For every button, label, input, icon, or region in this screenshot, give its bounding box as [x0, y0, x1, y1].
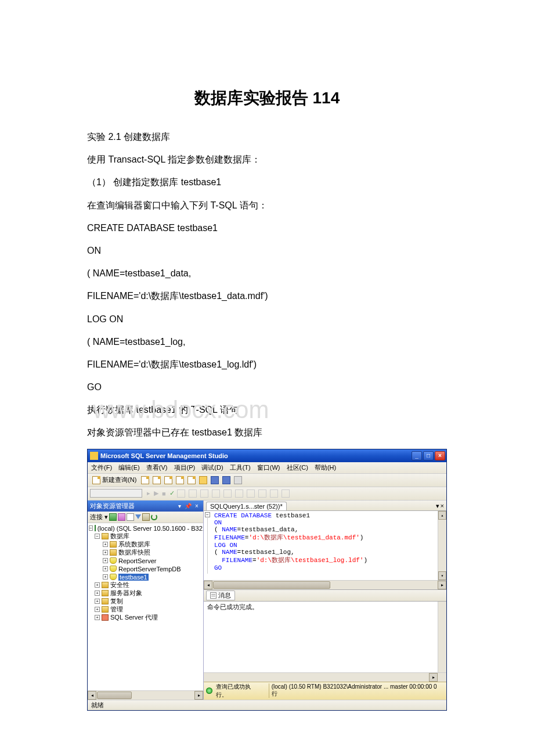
connect-icon[interactable] — [109, 513, 117, 521]
saveall-button[interactable] — [221, 475, 232, 485]
expand-icon[interactable]: + — [95, 599, 100, 604]
summary-icon[interactable] — [142, 513, 150, 521]
expand-icon[interactable]: + — [95, 582, 100, 588]
toolbar-button[interactable] — [233, 475, 243, 485]
scroll-thumb[interactable] — [97, 692, 132, 699]
toolbar-btn[interactable] — [246, 488, 256, 499]
disconnect-icon[interactable] — [118, 513, 125, 521]
expand-icon[interactable]: + — [103, 550, 108, 555]
tree-reportserver[interactable]: ReportServer — [118, 557, 156, 564]
toolbar-btn[interactable] — [222, 488, 233, 499]
tree-reportservertemp[interactable]: ReportServerTempDB — [118, 566, 181, 573]
menu-window[interactable]: 窗口(W) — [257, 463, 280, 472]
sql-tab[interactable]: SQLQuery1.s...ster (52))* — [206, 502, 287, 510]
tree-serverobjects[interactable]: 服务器对象 — [110, 589, 142, 597]
toolbar-button[interactable] — [175, 475, 185, 485]
editor-hscrollbar[interactable]: ◂ ▸ — [204, 581, 446, 590]
para: CREATE DATABASE testbase1 — [87, 218, 447, 238]
scroll-thumb[interactable] — [213, 581, 330, 589]
menu-debug[interactable]: 调试(D) — [201, 463, 223, 472]
folder-icon — [199, 476, 207, 484]
messages-pane[interactable]: 命令已成功完成。 ▸ — [204, 602, 446, 682]
sql-editor[interactable]: −CREATE DATABASE testbase1 ON ( NAME=tes… — [204, 511, 446, 581]
toolbar-btn[interactable] — [280, 488, 291, 499]
menu-edit[interactable]: 编辑(E) — [118, 463, 140, 472]
toolbar-button[interactable] — [140, 475, 150, 485]
open-button[interactable] — [198, 475, 208, 485]
menu-community[interactable]: 社区(C) — [287, 463, 308, 472]
refresh-icon[interactable] — [151, 514, 157, 520]
sidebar-scrollbar[interactable]: ◂ ▸ — [88, 690, 203, 700]
scroll-up-icon[interactable]: ▴ — [438, 511, 446, 520]
tree-sysdb[interactable]: 系统数据库 — [118, 540, 150, 549]
tree-agent[interactable]: SQL Server 代理 — [110, 613, 158, 622]
expand-icon[interactable]: + — [95, 615, 100, 620]
save-button[interactable] — [210, 475, 220, 485]
tree-databases[interactable]: 数据库 — [110, 532, 129, 541]
expand-icon[interactable]: − — [95, 534, 100, 539]
menu-view[interactable]: 查看(V) — [146, 463, 168, 472]
object-explorer-header[interactable]: 对象资源管理器 ▾ 📌 × — [88, 501, 203, 512]
tree-snapshots[interactable]: 数据库快照 — [118, 548, 150, 557]
parse-button[interactable]: ✓ — [169, 489, 175, 497]
toolbar-button[interactable] — [151, 475, 162, 485]
close-panel-icon[interactable]: × — [193, 502, 201, 510]
expand-icon[interactable]: + — [103, 574, 108, 579]
toolbar-btn[interactable] — [176, 488, 186, 499]
new-query-button[interactable]: 新建查询(N) — [90, 475, 139, 485]
expand-icon[interactable]: + — [103, 566, 108, 571]
pin-icon[interactable]: 📌 — [184, 502, 192, 510]
tree-server[interactable]: (local) (SQL Server 10.50.1600 - B321032 — [98, 525, 203, 532]
scroll-left-icon[interactable]: ◂ — [204, 581, 212, 589]
menu-tools[interactable]: 工具(T) — [230, 463, 251, 472]
menu-help[interactable]: 帮助(H) — [315, 463, 336, 472]
para: 执行数据库 testbase1 的 T-SQL 语句 — [87, 399, 447, 420]
editor-vscrollbar[interactable]: ▴▾ — [438, 511, 446, 580]
expand-icon[interactable]: + — [95, 607, 100, 612]
scroll-down-icon[interactable]: ▾ — [438, 571, 446, 580]
filter-icon[interactable] — [135, 514, 141, 519]
close-button[interactable]: × — [435, 451, 445, 460]
toolbar-btn[interactable] — [257, 488, 268, 499]
scroll-right-icon[interactable]: ▸ — [194, 691, 203, 700]
para: LOG ON — [87, 309, 447, 329]
query-statusbar: 查询已成功执行。 (local) (10.50 RTM) B321032\Adm… — [204, 682, 446, 700]
tree-management[interactable]: 管理 — [110, 605, 123, 614]
messages-hscrollbar[interactable]: ▸ — [204, 672, 446, 682]
tab-dropdown-icon[interactable]: ▾ — [436, 502, 439, 510]
object-tree[interactable]: −(local) (SQL Server 10.50.1600 - B32103… — [88, 523, 203, 623]
messages-tab[interactable]: 消息 — [206, 591, 235, 600]
toolbar-btn[interactable] — [187, 488, 198, 499]
collapse-icon[interactable]: − — [205, 512, 210, 517]
toolbar-button[interactable] — [163, 475, 174, 485]
minimize-button[interactable]: _ — [412, 451, 422, 460]
tab-close-icon[interactable]: × — [441, 502, 444, 510]
toolbar-btn[interactable] — [211, 488, 221, 499]
database-combo[interactable] — [90, 489, 142, 498]
expand-icon[interactable]: − — [89, 525, 93, 531]
tree-testbase1[interactable]: testbase1 — [118, 574, 149, 581]
maximize-button[interactable]: □ — [423, 451, 434, 460]
expand-icon[interactable]: + — [103, 542, 108, 547]
dropdown-icon[interactable]: ▾ — [175, 502, 183, 510]
stop-icon[interactable] — [127, 513, 134, 521]
toolbar-btn[interactable] — [234, 488, 244, 499]
messages-vscrollbar[interactable] — [438, 602, 446, 672]
menu-file[interactable]: 文件(F) — [91, 463, 112, 472]
tree-replication[interactable]: 复制 — [110, 597, 123, 606]
expand-icon[interactable]: + — [95, 591, 100, 596]
scroll-left-icon[interactable]: ◂ — [88, 691, 96, 700]
toolbar-btn[interactable] — [269, 488, 279, 499]
tree-security[interactable]: 安全性 — [110, 581, 129, 589]
window-titlebar[interactable]: Microsoft SQL Server Management Studio _… — [88, 449, 446, 462]
toolbar-button[interactable] — [186, 475, 197, 485]
expand-icon[interactable]: + — [103, 558, 108, 563]
menu-project[interactable]: 项目(P) — [174, 463, 196, 472]
scroll-right-icon[interactable]: ▸ — [429, 673, 438, 682]
connect-label[interactable]: 连接 ▾ — [90, 513, 108, 521]
scroll-right-icon[interactable]: ▸ — [438, 581, 446, 589]
toolbar-btn[interactable] — [199, 488, 210, 499]
stop-button[interactable]: ■ — [162, 490, 166, 497]
execute-button[interactable]: ▸ 执行(X) — [147, 489, 150, 497]
debug-button[interactable]: ▶ — [154, 489, 158, 497]
